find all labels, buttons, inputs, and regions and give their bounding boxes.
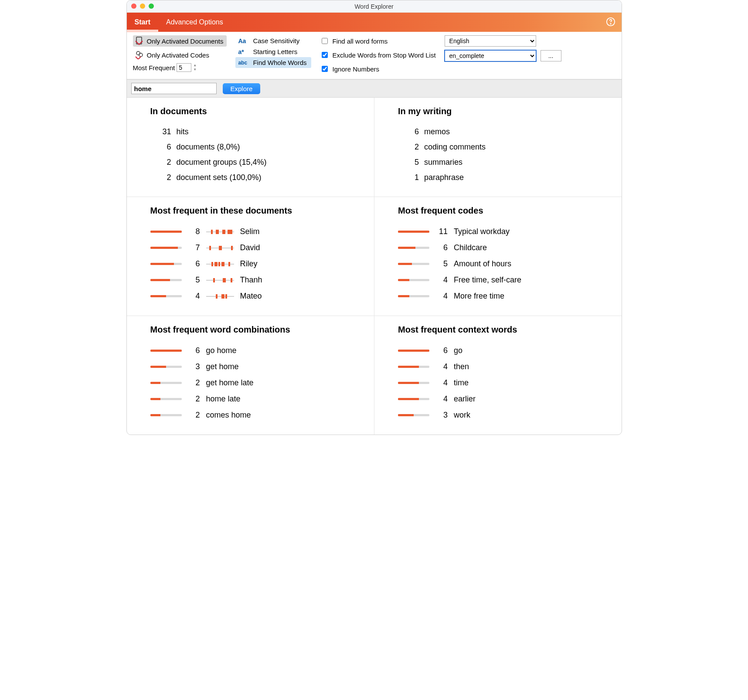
minimize-window-button[interactable] (140, 3, 145, 9)
stat-label: document sets (100,0%) (177, 173, 262, 182)
stat-line[interactable]: 2document sets (100,0%) (150, 170, 361, 185)
bar-label: Selim (240, 227, 260, 236)
frequency-bar (398, 247, 429, 249)
bar-line[interactable]: 4Mateo (150, 288, 361, 304)
bar-label: go (454, 346, 462, 355)
only-activated-documents-toggle[interactable]: Only Activated Documents (133, 35, 227, 47)
checkbox[interactable] (322, 38, 328, 44)
bar-line[interactable]: 2get home late (150, 375, 361, 391)
panel-most-frequent-codes: Most frequent codes 11Typical workday6Ch… (374, 197, 622, 316)
stat-line[interactable]: 2coding comments (398, 139, 609, 155)
bar-line[interactable]: 4Free time, self-care (398, 272, 609, 288)
search-input[interactable] (131, 83, 217, 94)
find-all-word-forms-check[interactable]: Find all word forms (320, 35, 436, 47)
bar-line[interactable]: 6Childcare (398, 240, 609, 256)
stoplist-select[interactable]: en_complete (445, 50, 536, 61)
tab-start[interactable]: Start (127, 13, 158, 32)
frequency-bar (150, 366, 182, 368)
stat-count: 2 (403, 143, 419, 152)
bar-line[interactable]: 6Riley (150, 256, 361, 272)
only-activated-codes-toggle[interactable]: Only Activated Codes (133, 49, 227, 61)
tab-label: Advanced Options (166, 18, 223, 26)
bar-line[interactable]: 7David (150, 240, 361, 256)
starting-letters-icon: a* (238, 48, 249, 55)
checkbox[interactable] (322, 52, 328, 58)
bar-label: time (454, 378, 469, 387)
bar-line[interactable]: 4then (398, 359, 609, 375)
most-frequent-label: Most Frequent (133, 64, 175, 71)
bar-line[interactable]: 2home late (150, 391, 361, 407)
bar-line[interactable]: 5Thanh (150, 272, 361, 288)
stat-label: paraphrase (424, 173, 464, 182)
mode-case-sensitivity[interactable]: Aa Case Sensitivity (235, 35, 311, 46)
bar-count: 6 (188, 259, 200, 268)
panel-title: In my writing (398, 106, 609, 116)
titlebar: Word Explorer (127, 0, 622, 13)
bar-line[interactable]: 4time (398, 375, 609, 391)
code-filter-icon (135, 51, 144, 59)
panel-in-my-writing: In my writing 6memos2coding comments5sum… (374, 98, 622, 197)
check-label: Exclude Words from Stop Word List (333, 51, 436, 59)
bar-line[interactable]: 2comes home (150, 407, 361, 423)
frequency-bar (150, 350, 182, 352)
panel-most-frequent-documents: Most frequent in these documents 8Selim7… (127, 197, 374, 316)
ignore-numbers-check[interactable]: Ignore Numbers (320, 63, 436, 75)
stoplist-more-button[interactable]: ... (541, 50, 561, 61)
toggle-label: Only Activated Codes (147, 51, 209, 59)
tab-label: Start (135, 18, 150, 26)
frequency-bar (398, 350, 429, 352)
explore-button[interactable]: Explore (223, 83, 261, 94)
bar-line[interactable]: 3get home (150, 359, 361, 375)
bar-label: work (454, 411, 470, 420)
most-frequent-stepper[interactable]: ▲ ▼ (193, 64, 197, 71)
bar-label: earlier (454, 394, 476, 404)
frequency-bar (150, 263, 182, 265)
bar-line[interactable]: 4More free time (398, 288, 609, 304)
bar-count: 4 (188, 292, 200, 301)
mode-label: Starting Letters (253, 48, 297, 55)
stat-line[interactable]: 2document groups (15,4%) (150, 155, 361, 170)
frequency-bar (150, 382, 182, 384)
bar-line[interactable]: 8Selim (150, 224, 361, 240)
bar-count: 2 (188, 394, 200, 404)
stat-line[interactable]: 6memos (398, 124, 609, 139)
bar-count: 6 (435, 243, 448, 252)
bar-line[interactable]: 4earlier (398, 391, 609, 407)
tab-advanced-options[interactable]: Advanced Options (158, 13, 231, 32)
bar-count: 7 (188, 243, 200, 252)
stat-line[interactable]: 5summaries (398, 155, 609, 170)
mode-find-whole-words[interactable]: abc Find Whole Words (235, 57, 311, 68)
stat-line[interactable]: 31hits (150, 124, 361, 139)
toolbar: Only Activated Documents Only Activated … (127, 32, 622, 79)
stat-line[interactable]: 6documents (8,0%) (150, 139, 361, 155)
bar-line[interactable]: 11Typical workday (398, 224, 609, 240)
check-label: Find all word forms (333, 37, 388, 45)
ribbon: Start Advanced Options (127, 13, 622, 32)
checkbox[interactable] (322, 66, 328, 72)
help-icon[interactable] (606, 17, 615, 27)
zoom-window-button[interactable] (149, 3, 154, 9)
bar-line[interactable]: 5Amount of hours (398, 256, 609, 272)
bar-line[interactable]: 6go home (150, 343, 361, 359)
bar-label: Childcare (454, 243, 487, 252)
bar-count: 4 (435, 378, 448, 387)
bar-line[interactable]: 6go (398, 343, 609, 359)
mode-starting-letters[interactable]: a* Starting Letters (235, 46, 311, 57)
bar-count: 4 (435, 394, 448, 404)
frequency-bar (398, 231, 429, 233)
bar-line[interactable]: 3work (398, 407, 609, 423)
mode-label: Find Whole Words (253, 59, 306, 66)
toggle-label: Only Activated Documents (147, 37, 224, 45)
bar-label: get home late (206, 378, 254, 387)
mode-column: Aa Case Sensitivity a* Starting Letters … (235, 35, 311, 68)
distribution-spark (206, 293, 234, 299)
most-frequent-input[interactable] (177, 63, 191, 72)
stat-line[interactable]: 1paraphrase (398, 170, 609, 185)
close-window-button[interactable] (131, 3, 136, 9)
exclude-stop-list-check[interactable]: Exclude Words from Stop Word List (320, 49, 436, 61)
stat-count: 6 (403, 127, 419, 136)
frequency-bar (150, 398, 182, 400)
language-select[interactable]: English (445, 35, 536, 47)
bar-label: go home (206, 346, 237, 355)
check-label: Ignore Numbers (333, 65, 380, 73)
